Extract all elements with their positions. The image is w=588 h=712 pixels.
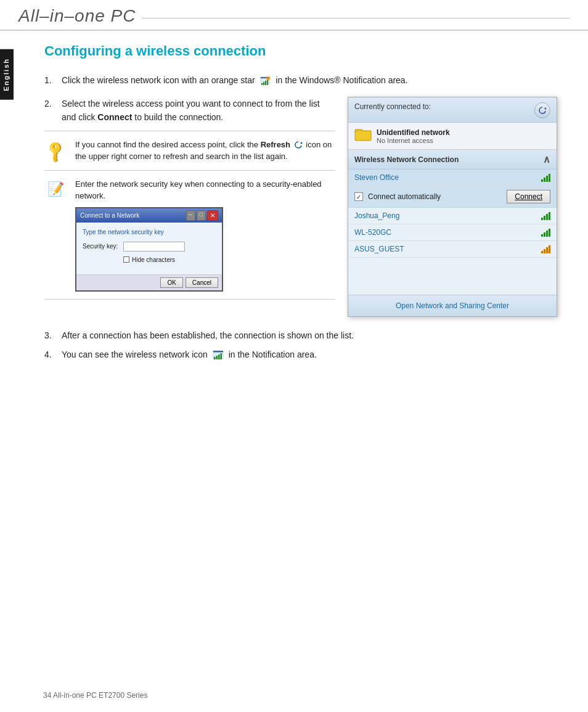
step-4: 4. You can see the wireless network icon… — [44, 348, 557, 361]
security-key-input[interactable] — [123, 242, 185, 252]
svg-point-6 — [266, 76, 270, 80]
np-connect-button[interactable]: Connect — [507, 190, 550, 203]
step-1-text: Click the wireless network icon with an … — [62, 74, 557, 87]
page-footer: 34 All-in-one PC ET2700 Series — [43, 691, 147, 700]
tip-text: If you cannot find the desired access po… — [75, 139, 335, 163]
signal-bars-wl520gc — [541, 228, 550, 237]
hide-characters-checkbox[interactable] — [123, 256, 129, 263]
dialog-maximize[interactable]: □ — [197, 210, 206, 221]
dialog-ok-button[interactable]: OK — [160, 277, 182, 288]
security-key-row: Security key: — [83, 242, 216, 252]
tip-note: 🔑 If you cannot find the desired access … — [44, 131, 335, 170]
svg-rect-13 — [213, 351, 223, 353]
step-2-number: 2. — [44, 97, 62, 125]
step-1-number: 1. — [44, 74, 62, 87]
wifi-star-icon — [259, 76, 271, 86]
np-spacer — [348, 258, 557, 295]
step-4-number: 4. — [44, 348, 62, 361]
wifi-icon-inline — [213, 350, 224, 360]
signal-bars-asus-guest — [541, 245, 550, 253]
svg-rect-5 — [267, 80, 268, 85]
svg-rect-4 — [265, 81, 266, 85]
svg-rect-11 — [356, 131, 370, 140]
step-2-text: Select the wireless access point you wan… — [62, 97, 335, 125]
np-footer: Open Network and Sharing Center — [348, 295, 557, 316]
security-dialog: Connect to a Network – □ ✕ Type the netw… — [75, 207, 223, 292]
dialog-cancel-button[interactable]: Cancel — [186, 277, 218, 288]
np-refresh-button[interactable] — [534, 102, 550, 118]
connect-auto-checkbox[interactable]: ✓ — [354, 192, 363, 201]
dialog-body: Type the network security key Security k… — [76, 223, 222, 274]
np-header: Currently connected to: — [348, 97, 557, 123]
svg-rect-16 — [218, 354, 220, 359]
np-unidentified-network: Unidentified network No Internet access — [348, 123, 557, 150]
network-item-joshua[interactable]: Joshua_Peng — [348, 208, 557, 224]
pencil-note-icon: 📝 — [44, 178, 67, 200]
refresh-icon-inline — [294, 141, 303, 149]
svg-rect-15 — [216, 356, 218, 359]
signal-bars-joshua — [541, 211, 550, 220]
dialog-buttons: OK Cancel — [76, 274, 222, 290]
tip-icon: 🔑 — [44, 139, 67, 161]
dialog-prompt: Type the network security key — [83, 227, 216, 237]
page-title: Configuring a wireless connection — [44, 43, 557, 59]
key-icon: 🔑 — [41, 137, 70, 166]
network-item-wl520gc[interactable]: WL-520GC — [348, 224, 557, 241]
step-3-number: 3. — [44, 329, 62, 342]
np-unidentified-text: Unidentified network No Internet access — [377, 128, 450, 144]
network-item-asus-guest[interactable]: ASUS_GUEST — [348, 241, 557, 258]
header-line — [142, 18, 570, 18]
security-key-label: Security key: — [83, 242, 120, 251]
header-title: All–in–one PC — [18, 6, 136, 26]
step-4-text: You can see the wireless network icon in… — [62, 348, 557, 361]
svg-marker-7 — [300, 142, 303, 144]
hide-characters-label: Hide characters — [132, 255, 175, 264]
notes-section: 🔑 If you cannot find the desired access … — [44, 131, 335, 300]
dialog-titlebar: Connect to a Network – □ ✕ — [76, 208, 222, 223]
np-section-header: Wireless Network Connection ∧ — [348, 150, 557, 170]
np-footer-link[interactable]: Open Network and Sharing Center — [396, 301, 509, 310]
network-folder-icon — [354, 128, 372, 144]
svg-rect-17 — [220, 353, 222, 359]
svg-rect-3 — [263, 82, 264, 85]
dialog-minimize[interactable]: – — [186, 210, 195, 221]
np-chevron-icon: ∧ — [543, 153, 550, 165]
header-bar: All–in–one PC — [0, 0, 588, 31]
np-header-title: Currently connected to: — [354, 102, 431, 111]
network-panel: Currently connected to: — [348, 97, 557, 317]
step-2-row: 2. Select the wireless access point you … — [44, 97, 557, 317]
svg-rect-2 — [261, 83, 263, 85]
language-tab: English — [0, 49, 14, 100]
security-note: 📝 Enter the network security key when co… — [44, 170, 335, 300]
hide-characters-row: Hide characters — [123, 255, 216, 264]
step-1: 1. Click the wireless network icon with … — [44, 74, 557, 87]
step-3: 3. After a connection has been establish… — [44, 329, 557, 342]
security-note-text: Enter the network security key when conn… — [75, 178, 335, 292]
np-connect-row: ✓ Connect automatically Connect — [348, 186, 557, 208]
dialog-close-button[interactable]: ✕ — [207, 210, 218, 221]
signal-bars-steven — [541, 173, 550, 182]
network-item-steven-office[interactable]: Steven Office — [348, 170, 557, 186]
step-3-text: After a connection has been established,… — [62, 329, 557, 342]
main-content: Configuring a wireless connection 1. Cli… — [14, 31, 588, 392]
svg-marker-8 — [544, 107, 546, 110]
connect-auto-label: Connect automatically — [368, 192, 502, 201]
svg-rect-14 — [214, 357, 216, 359]
step-2-content: 2. Select the wireless access point you … — [44, 97, 335, 317]
